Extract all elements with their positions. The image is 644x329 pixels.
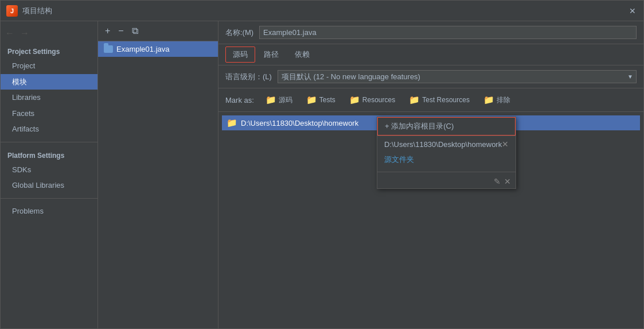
close-button[interactable]: ✕ — [627, 6, 638, 16]
platform-settings-header: Platform Settings — [1, 147, 97, 162]
tab-source[interactable]: 源码 — [225, 47, 255, 63]
title-bar: J 项目结构 ✕ — [1, 1, 643, 21]
middle-toolbar: + − ⧉ — [98, 21, 218, 41]
mark-exclude-btn[interactable]: 📁 排除 — [479, 93, 515, 107]
sidebar-item-global-libraries[interactable]: Global Libraries — [1, 177, 97, 193]
sidebar-item-artifacts[interactable]: Artifacts — [1, 121, 97, 137]
add-content-root-button[interactable]: + 添加内容根目录(C) — [377, 117, 516, 136]
mark-source-btn[interactable]: 📁 源码 — [261, 93, 297, 107]
content-root-path: D:\Users\11830\Desktop\homework — [241, 119, 358, 127]
popup-divider — [377, 172, 516, 172]
lang-label: 语言级别：(L) — [225, 72, 272, 82]
sidebar-divider — [1, 142, 97, 142]
sidebar-item-libraries[interactable]: Libraries — [1, 90, 97, 106]
middle-panel: + − ⧉ Example01.java — [98, 21, 218, 328]
app-icon: J — [6, 5, 18, 17]
right-panel: 名称:(M) 源码 路径 依赖 语言级别：(L) 项目默认 (12 - No n… — [218, 21, 643, 328]
sidebar-item-project[interactable]: Project — [1, 58, 97, 74]
main-content: ← → Project Settings Project 模块 Librarie… — [1, 21, 643, 328]
mark-as-row: Mark as: 📁 源码 📁 Tests 📁 Resources 📁 Test… — [218, 88, 643, 112]
popup-path-row: D:\Users\11830\Desktop\homework ✕ — [377, 136, 516, 152]
tab-path[interactable]: 路径 — [256, 47, 286, 63]
popup-close-button[interactable]: ✕ — [502, 140, 509, 149]
content-root-area: 📁 D:\Users\11830\Desktop\homework + 添加内容… — [218, 112, 643, 328]
add-module-button[interactable]: + — [103, 25, 112, 37]
sidebar: ← → Project Settings Project 模块 Librarie… — [1, 21, 98, 328]
popup-source-label[interactable]: 源文件夹 — [377, 152, 516, 169]
forward-arrow[interactable]: → — [18, 27, 32, 40]
lang-select[interactable]: 项目默认 (12 - No new language features) — [278, 70, 637, 83]
window-title: 项目结构 — [22, 6, 52, 16]
name-row: 名称:(M) — [218, 21, 643, 44]
back-arrow[interactable]: ← — [3, 27, 17, 40]
project-settings-header: Project Settings — [1, 43, 97, 58]
edit-icon[interactable]: ✎ — [494, 177, 501, 186]
remove-module-button[interactable]: − — [116, 25, 126, 37]
lang-select-wrapper: 项目默认 (12 - No new language features) ▼ — [278, 70, 637, 83]
name-input[interactable] — [259, 26, 637, 39]
project-structure-window: J 项目结构 ✕ ← → Project Settings Project 模块… — [0, 0, 644, 329]
popup-path-text: D:\Users\11830\Desktop\homework — [384, 140, 502, 149]
sidebar-item-modules[interactable]: 模块 — [1, 74, 97, 90]
exclude-folder-icon: 📁 — [483, 95, 494, 105]
name-label: 名称:(M) — [225, 28, 253, 38]
lang-row: 语言级别：(L) 项目默认 (12 - No new language feat… — [218, 65, 643, 88]
title-bar-left: J 项目结构 — [6, 5, 52, 17]
sidebar-divider-2 — [1, 198, 97, 199]
add-content-root-popup: + 添加内容根目录(C) D:\Users\11830\Desktop\home… — [377, 117, 516, 189]
nav-arrows: ← → — [1, 26, 97, 41]
content-root-row[interactable]: 📁 D:\Users\11830\Desktop\homework + 添加内容… — [222, 115, 640, 130]
source-folder-icon: 📁 — [266, 95, 276, 105]
tab-dependencies[interactable]: 依赖 — [287, 47, 317, 63]
mark-resources-btn[interactable]: 📁 Resources — [345, 93, 400, 107]
sidebar-item-problems[interactable]: Problems — [1, 203, 97, 219]
content-folder-icon: 📁 — [227, 118, 237, 128]
popup-edit-row: ✎ ✕ — [377, 175, 516, 188]
sidebar-item-facets[interactable]: Facets — [1, 106, 97, 122]
module-name: Example01.java — [116, 45, 170, 53]
mark-test-resources-btn[interactable]: 📁 Test Resources — [404, 93, 474, 107]
sidebar-item-sdks[interactable]: SDKs — [1, 162, 97, 178]
mark-as-label: Mark as: — [225, 96, 254, 104]
resources-folder-icon: 📁 — [349, 95, 360, 105]
mark-tests-btn[interactable]: 📁 Tests — [302, 93, 340, 107]
test-resources-folder-icon: 📁 — [409, 95, 420, 105]
tests-folder-icon: 📁 — [306, 95, 317, 105]
tabs-row: 源码 路径 依赖 — [218, 44, 643, 65]
copy-module-button[interactable]: ⧉ — [130, 25, 140, 37]
module-folder-icon — [104, 45, 113, 53]
module-item[interactable]: Example01.java — [98, 41, 218, 57]
popup-delete-icon[interactable]: ✕ — [504, 177, 511, 186]
